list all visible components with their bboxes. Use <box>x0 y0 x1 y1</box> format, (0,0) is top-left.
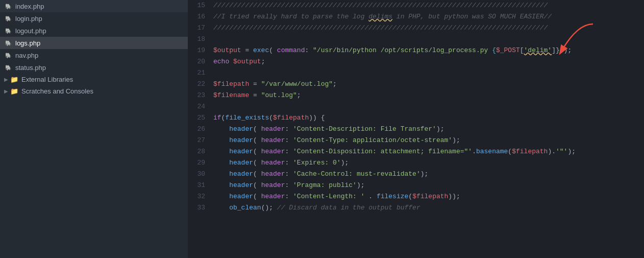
line-number: 16 <box>192 11 205 22</box>
code-token: $filepath <box>273 112 309 124</box>
code-token: ]} <box>552 45 560 56</box>
code-token: 'Content-Type: application/octet-stream' <box>293 135 452 146</box>
code-token: header <box>261 157 285 169</box>
chevron-right-icon: ▶ <box>4 77 8 82</box>
code-token: : <box>285 157 293 169</box>
sidebar-item-label: logout.php <box>15 27 46 35</box>
sidebar-section-external-libraries[interactable]: ▶ 📁 External Libraries <box>0 74 188 85</box>
php-file-icon: 🐘 <box>4 39 12 47</box>
code-area: 15 16 17 18 19 20 21 22 23 24 25 26 27 2… <box>188 0 644 258</box>
code-token: )); <box>448 191 460 202</box>
line-number: 31 <box>192 180 205 191</box>
code-token: = <box>249 79 261 90</box>
code-token: = <box>249 90 261 101</box>
code-token: $filename <box>213 90 249 101</box>
code-token: in PHP, but python was SO MUCH EASIER// <box>392 11 552 22</box>
code-token: header <box>261 135 285 146</box>
sidebar-item-nav-php[interactable]: 🐘 nav.php <box>0 49 188 61</box>
code-token: (); <box>261 202 277 214</box>
code-token: 'Cache-Control: must-revalidate' <box>293 169 420 180</box>
code-line-23: $filename = "out.log" ; <box>213 90 640 101</box>
code-token: header <box>229 135 253 146</box>
sidebar-item-logout-php[interactable]: 🐘 logout.php <box>0 25 188 37</box>
code-token: 'Content-Length: ' <box>293 191 364 202</box>
code-token: ( <box>253 157 261 169</box>
code-token: header <box>229 191 253 202</box>
code-line-33: ob_clean (); // Discard data in the outp… <box>213 202 640 214</box>
chevron-right-icon: ▶ <box>4 88 8 94</box>
line-number: 17 <box>192 22 205 34</box>
code-token: $filepath <box>213 79 249 90</box>
line-number: 24 <box>192 101 205 112</box>
code-token: : <box>285 191 293 202</box>
code-token: ); <box>452 135 460 146</box>
php-file-icon: 🐘 <box>4 51 12 59</box>
line-number: 21 <box>192 67 205 79</box>
line-number: 22 <box>192 79 205 90</box>
code-content-area[interactable]: ////////////////////////////////////////… <box>209 0 644 258</box>
code-token: : <box>285 135 293 146</box>
code-token <box>213 169 229 180</box>
code-token: $output <box>233 56 261 67</box>
code-token: exec <box>253 45 269 56</box>
code-token: header <box>261 124 285 135</box>
sidebar-item-label: index.php <box>15 3 44 10</box>
code-token: '"' <box>556 146 567 157</box>
code-token: ( <box>269 45 277 56</box>
code-line-24 <box>213 101 640 112</box>
code-line-22: $filepath = "/var/www/out.log" ; <box>213 79 640 90</box>
sidebar-item-status-php[interactable]: 🐘 status.php <box>0 61 188 74</box>
code-token: ( <box>253 191 261 202</box>
code-token: delims <box>368 11 392 22</box>
code-line-25: if ( file_exists ( $filepath )) { <box>213 112 640 124</box>
line-number: 33 <box>192 202 205 214</box>
code-token: $filepath <box>512 146 548 157</box>
sidebar-item-login-php[interactable]: 🐘 login.php <box>0 12 188 25</box>
code-token: "/usr/bin/python /opt/scripts/log_proces… <box>313 45 492 56</box>
code-token: 'Content-Disposition: attachment; filena… <box>293 146 472 157</box>
sidebar-item-logs-php[interactable]: 🐘 logs.php <box>0 37 188 49</box>
code-token: ( <box>221 112 226 124</box>
line-number: 26 <box>192 124 205 135</box>
sidebar-item-index-php[interactable]: 🐘 index.php <box>0 0 188 12</box>
code-token: 'Pragma: public' <box>293 180 357 191</box>
code-token: 'delim' <box>524 45 552 56</box>
code-line-30: header ( header : 'Cache-Control: must-r… <box>213 169 640 180</box>
code-token: ( <box>408 191 412 202</box>
php-file-icon: 🐘 <box>4 63 12 72</box>
code-editor: 15 16 17 18 19 20 21 22 23 24 25 26 27 2… <box>188 0 644 258</box>
php-file-icon: 🐘 <box>4 2 12 10</box>
code-token: "out.log" <box>261 90 297 101</box>
code-line-28: header ( header : 'Content-Disposition: … <box>213 146 640 157</box>
code-token: ( <box>269 112 273 124</box>
folder-icon: 📁 <box>10 76 18 83</box>
code-token: // Discard data in the output buffer <box>277 202 420 214</box>
code-token: header <box>229 169 253 180</box>
code-token: ); <box>357 180 365 191</box>
code-token: ); <box>341 157 349 169</box>
php-file-icon: 🐘 <box>4 27 12 35</box>
line-number: 23 <box>192 90 205 101</box>
code-token: ( <box>253 146 261 157</box>
code-token: ; <box>261 56 265 67</box>
line-number: 29 <box>192 157 205 169</box>
code-token: ( <box>253 169 261 180</box>
code-token: ( <box>253 135 261 146</box>
sidebar-section-scratches-and-consoles[interactable]: ▶ 📁 Scratches and Consoles <box>0 85 188 97</box>
code-token: "/var/www/out.log" <box>261 79 333 90</box>
code-token: $_POST <box>496 45 520 56</box>
code-line-32: header ( header : 'Content-Length: ' . f… <box>213 191 640 202</box>
line-number: 20 <box>192 56 205 67</box>
php-file-icon: 🐘 <box>4 14 12 22</box>
sidebar-item-label: logs.php <box>15 39 40 47</box>
code-token: . <box>472 146 476 157</box>
code-token: : <box>305 45 313 56</box>
line-number: 28 <box>192 146 205 157</box>
code-token <box>213 180 229 191</box>
line-number: 27 <box>192 135 205 146</box>
code-line-20: echo $output ; <box>213 56 640 67</box>
code-token: header <box>229 124 253 135</box>
section-label: External Libraries <box>21 76 73 83</box>
code-line-31: header ( header : 'Pragma: public' ); <box>213 180 640 191</box>
code-token <box>213 146 229 157</box>
